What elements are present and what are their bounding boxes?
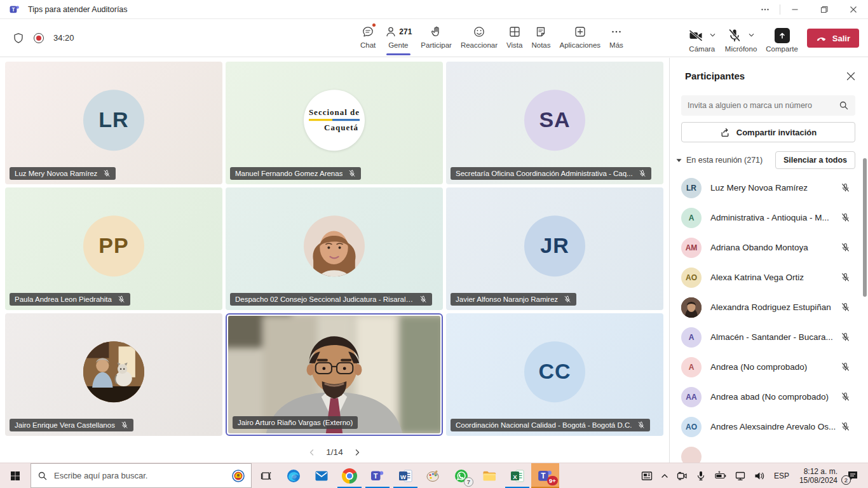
titlebar-more-button[interactable] bbox=[750, 0, 780, 19]
participant-row[interactable]: AA Andrea abad (No comprobado) bbox=[670, 382, 868, 412]
app-teams[interactable] bbox=[363, 463, 391, 488]
app-whatsapp[interactable]: 7 bbox=[447, 463, 475, 488]
app-chrome[interactable] bbox=[336, 463, 363, 488]
app-excel[interactable]: X bbox=[503, 463, 531, 488]
tray-battery[interactable] bbox=[710, 463, 731, 488]
taskbar-clock[interactable]: 8:12 a. m. 15/08/2024 bbox=[794, 467, 843, 485]
mic-off-icon bbox=[639, 170, 646, 177]
tab-chat[interactable]: Chat bbox=[356, 19, 380, 57]
share-invitation-icon bbox=[720, 127, 731, 138]
video-stage: LR Luz Mery Novoa Ramírez Seccional de C… bbox=[0, 58, 669, 463]
participant-row[interactable]: A Almacén - Santander - Bucara... bbox=[670, 322, 868, 352]
mic-off-icon bbox=[637, 421, 645, 429]
invite-search-input[interactable] bbox=[688, 101, 839, 110]
tray-microphone[interactable] bbox=[691, 463, 710, 488]
app-file-explorer[interactable] bbox=[475, 463, 503, 488]
mic-off-icon[interactable] bbox=[841, 422, 850, 431]
tab-notas[interactable]: Notas bbox=[527, 19, 555, 57]
video-tile[interactable]: Despacho 02 Consejo Seccional Judicatura… bbox=[226, 187, 443, 310]
camera-chevron-icon[interactable] bbox=[709, 32, 716, 39]
mic-off-icon[interactable] bbox=[841, 302, 850, 312]
task-view-button[interactable] bbox=[252, 463, 280, 488]
photo-avatar-man-with-cat bbox=[83, 341, 144, 402]
start-button[interactable] bbox=[0, 463, 31, 488]
tab-reaccionar[interactable]: Reaccionar bbox=[456, 19, 502, 57]
notification-count-badge: 2 bbox=[841, 475, 851, 485]
react-smiley-icon bbox=[473, 25, 485, 38]
video-tile[interactable]: PP Paula Andrea Leon Piedrahita bbox=[5, 187, 222, 310]
share-control[interactable]: Comparte bbox=[766, 24, 798, 53]
teams-app-icon bbox=[9, 4, 20, 15]
mic-off-icon[interactable] bbox=[841, 332, 850, 342]
page-prev-icon[interactable] bbox=[308, 449, 316, 456]
video-tile-active-speaker[interactable]: Jairo Arturo Riaño Vargas (Externo) bbox=[226, 313, 443, 436]
language-indicator[interactable]: ESP bbox=[769, 471, 794, 480]
tray-date: 15/08/2024 bbox=[799, 476, 837, 485]
app-word[interactable]: W bbox=[391, 463, 419, 488]
mic-off-icon[interactable] bbox=[841, 183, 850, 193]
tray-camera[interactable] bbox=[672, 463, 691, 488]
mic-off-icon bbox=[564, 295, 571, 303]
taskbar-search-input[interactable] bbox=[54, 471, 226, 480]
panel-scrollbar[interactable] bbox=[863, 158, 867, 297]
mic-off-icon[interactable] bbox=[841, 273, 850, 282]
page-next-icon[interactable] bbox=[353, 449, 361, 456]
avatar: LR bbox=[83, 90, 144, 151]
window-titlebar: Tips para atender Auditorías bbox=[0, 0, 868, 19]
app-teams-meeting-active[interactable]: 9+ bbox=[531, 463, 559, 488]
video-tile[interactable]: Seccional de Caquetá Manuel Fernando Gom… bbox=[226, 62, 443, 184]
taskbar-search[interactable] bbox=[31, 463, 252, 488]
tab-gente[interactable]: 271 Gente bbox=[380, 19, 416, 57]
participant-row-partial[interactable] bbox=[670, 442, 868, 463]
mic-off-icon[interactable] bbox=[841, 213, 850, 222]
video-tile[interactable]: CC Coordinación Nacional Calidad - Bogot… bbox=[446, 313, 663, 436]
chat-icon bbox=[362, 25, 374, 38]
notification-center-button[interactable]: 2 bbox=[843, 463, 865, 488]
tray-volume[interactable] bbox=[750, 463, 769, 488]
section-collapse-icon[interactable] bbox=[676, 158, 682, 163]
panel-title: Participantes bbox=[685, 71, 745, 81]
mute-all-button[interactable]: Silenciar a todos bbox=[775, 151, 855, 169]
video-tile[interactable]: JR Javier Alfonso Naranjo Ramirez bbox=[446, 187, 663, 310]
avatar: A bbox=[681, 208, 702, 228]
video-tile[interactable]: SA Secretaría Oficina Coordinación Admin… bbox=[446, 62, 663, 184]
participant-row[interactable]: AM Adriana Obando Montoya bbox=[670, 233, 868, 262]
app-edge[interactable] bbox=[280, 463, 308, 488]
participant-row[interactable]: A Andrea (No comprobado) bbox=[670, 352, 868, 382]
video-tile[interactable]: Jairo Enrique Vera Castellanos bbox=[5, 313, 222, 436]
tab-aplicaciones[interactable]: Aplicaciones bbox=[555, 19, 605, 57]
tray-network[interactable] bbox=[731, 463, 750, 488]
video-tile[interactable]: LR Luz Mery Novoa Ramírez bbox=[5, 62, 222, 184]
camera-control[interactable]: Cámara bbox=[688, 24, 716, 53]
tab-mas[interactable]: Más bbox=[605, 19, 628, 57]
app-paint[interactable] bbox=[419, 463, 447, 488]
participant-row[interactable]: AO Andres Alexsaindre Arevalo Os... bbox=[670, 412, 868, 442]
excel-icon: X bbox=[510, 468, 525, 484]
mic-off-icon[interactable] bbox=[841, 392, 850, 402]
restore-button[interactable] bbox=[810, 0, 839, 19]
participant-row[interactable]: Alexandra Rodriguez Estupiñan bbox=[670, 292, 868, 322]
app-mail[interactable] bbox=[308, 463, 336, 488]
tray-expand-button[interactable] bbox=[657, 463, 672, 488]
panel-close-icon[interactable] bbox=[846, 72, 855, 81]
logo-underline bbox=[309, 119, 360, 121]
tab-vista[interactable]: Vista bbox=[502, 19, 527, 57]
participant-row[interactable]: A Administrativa - Antioquia - M... bbox=[670, 203, 868, 233]
mic-off-icon[interactable] bbox=[841, 243, 850, 252]
mic-off-icon[interactable] bbox=[841, 362, 850, 372]
microphone-chevron-icon[interactable] bbox=[748, 32, 755, 39]
close-button[interactable] bbox=[839, 0, 868, 19]
participant-row[interactable]: AO Alexa Katrina Vega Ortiz bbox=[670, 262, 868, 292]
news-widget-button[interactable] bbox=[637, 463, 657, 488]
folder-icon bbox=[482, 468, 497, 484]
participant-list: LR Luz Mery Novoa Ramírez A Administrati… bbox=[670, 173, 868, 463]
tab-participar[interactable]: Participar bbox=[416, 19, 456, 57]
invite-search[interactable] bbox=[681, 95, 855, 116]
participant-row[interactable]: LR Luz Mery Novoa Ramírez bbox=[670, 173, 868, 203]
microphone-control[interactable]: Micrófono bbox=[725, 24, 757, 53]
minimize-button[interactable] bbox=[780, 0, 810, 19]
leave-meeting-button[interactable]: Salir bbox=[807, 29, 859, 48]
view-grid-icon bbox=[508, 25, 521, 38]
share-invitation-button[interactable]: Compartir invitación bbox=[681, 122, 855, 142]
avatar: AM bbox=[681, 238, 702, 258]
